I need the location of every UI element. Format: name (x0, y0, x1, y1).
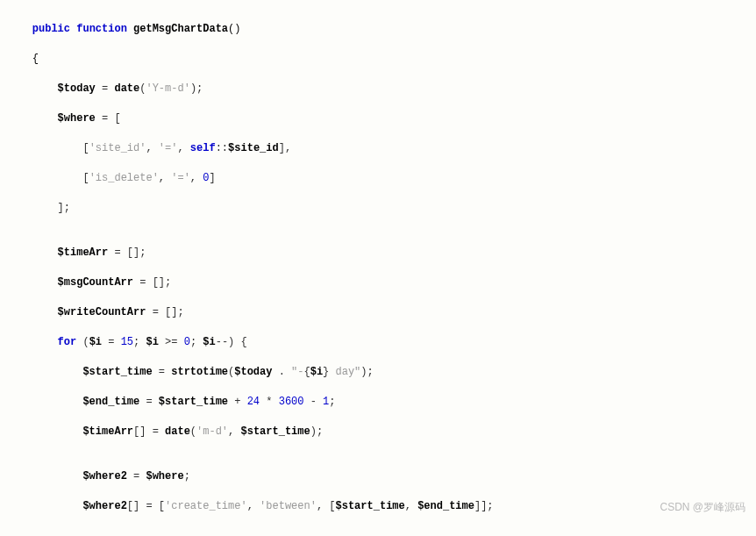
variable: $writeCountArr (58, 306, 146, 318)
variable: $i (89, 336, 102, 348)
code-line: $end_time = $start_time + 24 * 3600 - 1; (7, 395, 752, 410)
code-line: ]; (7, 201, 752, 216)
string: 'Y-m-d' (146, 82, 189, 95)
code-line: ['site_id', '=', self::$site_id], (7, 141, 752, 156)
string: '=' (171, 172, 190, 184)
variable: $start_time (240, 425, 310, 438)
variable: $start_time (82, 366, 152, 378)
function-call: strtotime (171, 366, 228, 378)
code-line: $today = date('Y-m-d'); (7, 82, 752, 96)
variable: $i (146, 336, 158, 348)
keyword: function (76, 23, 127, 35)
variable: $timeArr (58, 247, 109, 259)
string: 'm-d' (196, 425, 228, 438)
code-line: $where2[] = ['create_time', 'between', [… (7, 499, 752, 514)
variable: $start_time (159, 396, 228, 408)
number: 24 (247, 396, 260, 408)
function-name: getMsgChartData (133, 23, 228, 35)
string: 'create_time' (165, 500, 247, 512)
variable: $timeArr (82, 425, 133, 438)
string: 'between' (260, 500, 317, 512)
string: '=' (159, 142, 178, 154)
function-call: date (165, 425, 190, 438)
code-line: $writeCountArr = []; (7, 305, 752, 320)
code-editor: public function getMsgChartData() { $tod… (0, 0, 756, 522)
code-line: ['is_delete', '=', 0] (7, 171, 752, 186)
watermark-text: CSDN @罗峰源码 (660, 500, 745, 515)
keyword: public (32, 23, 70, 35)
code-line: public function getMsgChartData() (7, 22, 752, 37)
variable: $end_time (82, 396, 139, 408)
code-line: { (7, 52, 752, 67)
variable: $where (146, 470, 183, 482)
variable: $where2 (82, 470, 126, 482)
variable: $end_time (417, 500, 474, 512)
variable: $today (58, 82, 96, 95)
string: 'site_id' (89, 142, 146, 154)
code-line: $where2 = $where; (7, 469, 752, 484)
code-line: $timeArr[] = date('m-d', $start_time); (7, 425, 752, 440)
number: 3600 (279, 396, 304, 408)
variable: $msgCountArr (58, 276, 133, 289)
function-call: date (114, 82, 139, 95)
string: "- (291, 366, 303, 378)
number: 0 (184, 336, 190, 348)
code-line: $where = [ (7, 111, 752, 126)
variable: $where (58, 112, 96, 125)
variable: $where2 (82, 500, 126, 512)
string: 'is_delete' (89, 172, 159, 184)
code-line: $timeArr = []; (7, 246, 752, 261)
variable: $site_id (228, 142, 279, 154)
parens: () (228, 23, 240, 35)
number: 15 (121, 336, 133, 348)
code-line: $msgCountArr = []; (7, 275, 752, 290)
code-line: $start_time = strtotime($today . "-{$i} … (7, 365, 752, 380)
variable: $today (234, 366, 272, 378)
code-line: for ($i = 15; $i >= 0; $i--) { (7, 335, 752, 350)
variable: $i (310, 366, 323, 378)
string: day" (329, 366, 360, 378)
variable: $i (203, 336, 215, 348)
variable: $start_time (336, 500, 405, 512)
brace: { (32, 53, 39, 65)
keyword: for (58, 336, 77, 348)
keyword: self (190, 142, 216, 154)
